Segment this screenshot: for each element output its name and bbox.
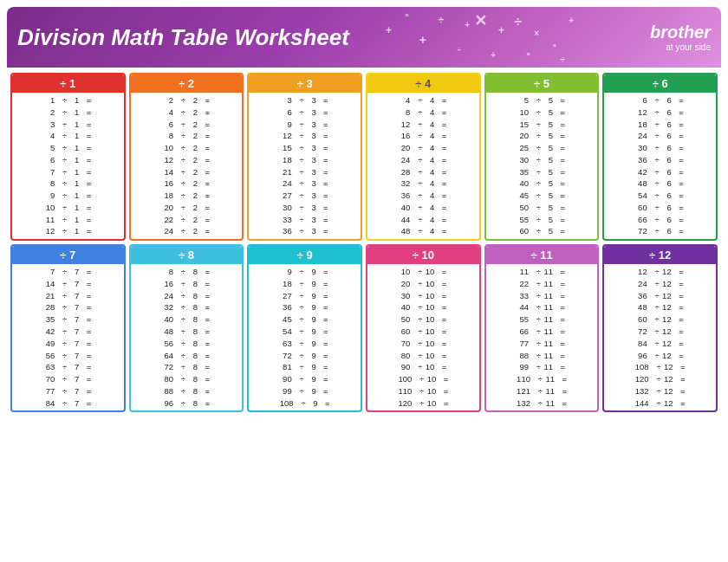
table-row: 25÷5= bbox=[490, 142, 595, 154]
table-row: 32÷4= bbox=[371, 178, 476, 190]
table-header-8: ÷ 8 bbox=[131, 246, 243, 264]
table-row: 21÷7= bbox=[16, 290, 120, 302]
table-row: 16÷2= bbox=[134, 178, 239, 190]
table-row: 12÷6= bbox=[608, 107, 712, 119]
table-header-1: ÷ 1 bbox=[12, 74, 124, 93]
table-row: 66÷6= bbox=[608, 214, 712, 226]
table-row: 27÷3= bbox=[252, 190, 357, 202]
table-row: 56÷8= bbox=[134, 338, 239, 350]
table-row: 24÷12= bbox=[608, 278, 712, 290]
table-row: 8÷8= bbox=[134, 266, 239, 278]
table-row: 70÷10= bbox=[371, 338, 476, 350]
table-row: 88÷11= bbox=[490, 350, 595, 362]
table-header-11: ÷ 11 bbox=[486, 246, 598, 264]
table-row: 44÷4= bbox=[371, 214, 476, 226]
table-row: 3÷3= bbox=[252, 94, 357, 107]
table-row: 80÷10= bbox=[371, 350, 476, 362]
table-row: 30÷5= bbox=[490, 154, 595, 166]
table-card-9: ÷ 9 9÷9= 18÷9= 27÷9= 36÷9= 45÷9= 54÷9= 6… bbox=[247, 244, 362, 412]
table-row: 8÷4= bbox=[371, 107, 476, 119]
table-row: 63÷9= bbox=[252, 338, 357, 350]
table-row: 77÷7= bbox=[16, 385, 120, 397]
table-row: 60÷6= bbox=[608, 202, 712, 214]
table-row: 48÷6= bbox=[608, 178, 712, 190]
tables-row-2: ÷ 7 7÷7= 14÷7= 21÷7= 28÷7= 35÷7= 42÷7= 4… bbox=[10, 244, 718, 412]
table-row: 30÷10= bbox=[371, 290, 476, 302]
table-body-8: 8÷8= 16÷8= 24÷8= 32÷8= 40÷8= 48÷8= 56÷8=… bbox=[131, 264, 243, 410]
table-row: 63÷7= bbox=[16, 361, 120, 373]
table-row: 14÷7= bbox=[16, 278, 120, 290]
table-card-10: ÷ 10 10÷10= 20÷10= 30÷10= 40÷10= 50÷10= … bbox=[366, 244, 481, 412]
table-row: 96÷12= bbox=[608, 350, 712, 362]
table-row: 6÷6= bbox=[608, 94, 712, 107]
table-row: 12÷2= bbox=[134, 154, 239, 166]
brand-logo: brother at your side bbox=[650, 23, 711, 52]
table-body-1: 1÷1= 2÷1= 3÷1= 4÷1= 5÷1= 6÷1= 7÷1= 8÷1= … bbox=[12, 93, 124, 239]
table-row: 32÷8= bbox=[134, 301, 239, 313]
table-row: 14÷2= bbox=[134, 166, 239, 178]
table-row: 11÷1= bbox=[16, 214, 120, 226]
table-row: 56÷7= bbox=[16, 350, 120, 362]
table-row: 40÷8= bbox=[134, 313, 239, 326]
table-row: 35÷7= bbox=[16, 313, 120, 326]
table-row: 64÷8= bbox=[134, 350, 239, 362]
page-title: Division Math Table Worksheet bbox=[17, 24, 349, 51]
table-row: 10÷1= bbox=[16, 202, 120, 214]
brand-name: brother bbox=[650, 23, 711, 42]
table-row: 10÷10= bbox=[371, 266, 476, 278]
table-row: 42÷7= bbox=[16, 326, 120, 338]
table-row: 88÷8= bbox=[134, 385, 239, 397]
table-row: 16÷8= bbox=[134, 278, 239, 290]
table-row: 60÷10= bbox=[371, 326, 476, 338]
table-row: 10÷2= bbox=[134, 142, 239, 154]
table-row: 6÷2= bbox=[134, 119, 239, 131]
table-card-8: ÷ 8 8÷8= 16÷8= 24÷8= 32÷8= 40÷8= 48÷8= 5… bbox=[129, 244, 244, 412]
table-row: 4÷1= bbox=[16, 130, 120, 142]
table-row: 5÷5= bbox=[490, 94, 595, 107]
table-row: 36÷12= bbox=[608, 290, 712, 302]
table-row: 28÷7= bbox=[16, 301, 120, 313]
table-card-7: ÷ 7 7÷7= 14÷7= 21÷7= 28÷7= 35÷7= 42÷7= 4… bbox=[10, 244, 126, 412]
table-row: 36÷4= bbox=[371, 190, 476, 202]
table-row: 110÷11= bbox=[490, 373, 595, 385]
table-row: 24÷8= bbox=[134, 290, 239, 302]
table-row: 36÷3= bbox=[252, 225, 357, 237]
table-row: 18÷3= bbox=[252, 154, 357, 166]
table-row: 12÷12= bbox=[608, 266, 712, 278]
table-row: 55÷5= bbox=[490, 214, 595, 226]
table-row: 121÷11= bbox=[490, 385, 595, 397]
table-row: 8÷2= bbox=[134, 130, 239, 142]
table-row: 18÷6= bbox=[608, 119, 712, 131]
table-row: 99÷11= bbox=[490, 361, 595, 373]
table-row: 96÷8= bbox=[134, 397, 239, 410]
table-row: 4÷2= bbox=[134, 107, 239, 119]
table-row: 5÷1= bbox=[16, 142, 120, 154]
table-row: 3÷1= bbox=[16, 119, 120, 131]
table-row: 50÷10= bbox=[371, 313, 476, 326]
table-row: 6÷1= bbox=[16, 154, 120, 166]
table-row: 12÷1= bbox=[16, 225, 120, 237]
table-body-12: 12÷12= 24÷12= 36÷12= 48÷12= 60÷12= 72÷12… bbox=[604, 264, 716, 410]
table-row: 30÷3= bbox=[252, 202, 357, 214]
table-row: 120÷12= bbox=[608, 373, 712, 385]
table-row: 18÷9= bbox=[252, 278, 357, 290]
table-header-5: ÷ 5 bbox=[486, 74, 598, 93]
table-row: 44÷11= bbox=[490, 301, 595, 313]
table-row: 24÷2= bbox=[134, 225, 239, 237]
table-row: 28÷4= bbox=[371, 166, 476, 178]
table-body-5: 5÷5= 10÷5= 15÷5= 20÷5= 25÷5= 30÷5= 35÷5=… bbox=[486, 93, 598, 239]
table-row: 50÷5= bbox=[490, 202, 595, 214]
table-card-5: ÷ 5 5÷5= 10÷5= 15÷5= 20÷5= 25÷5= 30÷5= 3… bbox=[484, 73, 600, 241]
table-row: 12÷4= bbox=[371, 119, 476, 131]
table-row: 108÷12= bbox=[608, 361, 712, 373]
table-row: 8÷1= bbox=[16, 178, 120, 190]
table-card-6: ÷ 6 6÷6= 12÷6= 18÷6= 24÷6= 30÷6= 36÷6= 4… bbox=[602, 73, 718, 241]
table-row: 54÷6= bbox=[608, 190, 712, 202]
table-row: 60÷12= bbox=[608, 313, 712, 326]
table-row: 15÷3= bbox=[252, 142, 357, 154]
table-row: 22÷2= bbox=[134, 214, 239, 226]
brand-tagline: at your side bbox=[650, 42, 711, 52]
table-row: 55÷11= bbox=[490, 313, 595, 326]
table-row: 20÷4= bbox=[371, 142, 476, 154]
table-row: 30÷6= bbox=[608, 142, 712, 154]
